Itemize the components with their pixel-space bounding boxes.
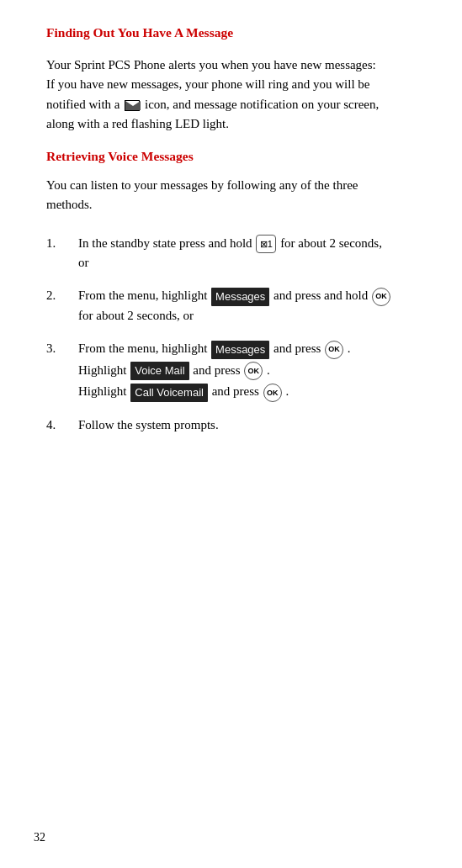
list-item: 2. From the menu, highlight Messages and… [46, 286, 428, 326]
item1-text2: for about 2 seconds, [280, 236, 382, 250]
list-content-2: From the menu, highlight Messages and pr… [78, 286, 428, 326]
item3-text1: From the menu, highlight [78, 341, 207, 355]
key-1-button: ⊠1 [256, 235, 276, 253]
list-num-2: 2. [46, 286, 78, 326]
ok-button-2: OK [372, 288, 390, 306]
list-item: 4. Follow the system prompts. [46, 415, 428, 435]
item3-sublines2: Highlight Call Voicemail and press OK . [78, 382, 428, 402]
item2-text3: for about 2 seconds, or [78, 309, 194, 322]
methods-line1: You can listen to your messages by follo… [46, 178, 358, 192]
item2-text2: and press and hold [273, 288, 368, 302]
ok-button-3b: OK [244, 362, 263, 380]
item1-text3: or [78, 256, 89, 269]
list-content-3: From the menu, highlight Messages and pr… [78, 339, 428, 402]
list-item: 1. In the standby state press and hold ⊠… [46, 234, 428, 273]
page-number: 32 [34, 831, 45, 844]
item1-text1: In the standby state press and hold [78, 236, 252, 250]
item3-highlight1: Messages [211, 341, 269, 359]
instructions-list: 1. In the standby state press and hold ⊠… [46, 234, 428, 436]
item2-text1: From the menu, highlight [78, 288, 207, 302]
list-num-1: 1. [46, 234, 78, 273]
item3-sub2-text2: and press [212, 384, 259, 398]
list-num-3: 3. [46, 339, 78, 402]
item2-highlight1: Messages [211, 288, 269, 306]
paragraph1-line2: If you have new messages, your phone wil… [46, 77, 370, 91]
ok-button-3c: OK [263, 384, 282, 402]
item3-sub1-highlight: Voice Mail [130, 362, 189, 380]
item3-period: . [348, 341, 351, 355]
item4-text: Follow the system prompts. [78, 418, 219, 431]
list-content-4: Follow the system prompts. [78, 415, 428, 435]
section-title: Retrieving Voice Messages [46, 149, 428, 164]
list-content-1: In the standby state press and hold ⊠1 f… [78, 234, 428, 273]
item3-sub2-text1: Highlight [78, 384, 127, 398]
paragraph1-line3b: icon, and message notification on your s… [145, 98, 379, 111]
item3-sub1-text2: and press [193, 363, 240, 377]
paragraph1-line1: Your Sprint PCS Phone alerts you when yo… [46, 58, 376, 71]
intro-paragraph: Your Sprint PCS Phone alerts you when yo… [46, 56, 428, 134]
methods-paragraph: You can listen to your messages by follo… [46, 176, 428, 215]
item3-sub1-period: . [267, 363, 270, 377]
item3-sublines: Highlight Voice Mail and press OK . [78, 361, 428, 381]
envelope-icon [125, 100, 140, 111]
paragraph1-line4: along with a red flashing LED light. [46, 117, 229, 130]
list-item: 3. From the menu, highlight Messages and… [46, 339, 428, 402]
item3-sub2-highlight: Call Voicemail [130, 384, 208, 402]
methods-line2: methods. [46, 198, 93, 211]
list-num-4: 4. [46, 415, 78, 435]
item3-sub1-text1: Highlight [78, 363, 127, 377]
ok-button-3a: OK [325, 341, 343, 359]
paragraph1-line3a: notified with a [46, 98, 119, 111]
item3-text2: and press [273, 341, 321, 355]
page-title: Finding Out You Have A Message [46, 25, 428, 40]
item3-sub2-period: . [285, 384, 289, 398]
